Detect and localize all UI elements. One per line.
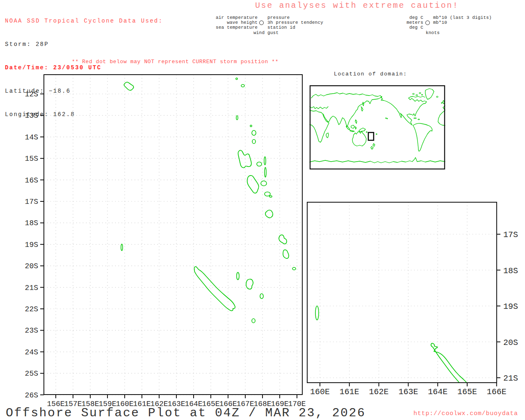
units-mb10-last3: mb*10 (last 3 digits) [433, 15, 492, 20]
legend-station-id: station id [267, 25, 295, 30]
island [252, 139, 256, 144]
world-island [436, 96, 438, 98]
world-island [419, 93, 421, 94]
world-coastline [373, 144, 375, 146]
coastline [238, 150, 251, 168]
world-island [386, 118, 386, 119]
lat-tick-label: 23S [25, 326, 38, 335]
world-coastline [350, 130, 354, 132]
units-knots: knots [426, 30, 440, 35]
world-coastline [310, 107, 328, 109]
island [265, 167, 266, 177]
lon-tick-label: 163E [398, 387, 418, 397]
world-coastline [438, 110, 445, 126]
island [265, 192, 270, 196]
world-island [416, 95, 418, 96]
lat-tick-label: 17S [25, 198, 38, 206]
world-coastline [351, 125, 355, 128]
world-coastline [310, 97, 382, 127]
world-coastline [361, 107, 363, 111]
world-island [414, 118, 416, 119]
units-deg-c-2: deg C [382, 25, 423, 30]
coastline [124, 82, 133, 90]
legend-wave-height: wave height [188, 20, 258, 25]
lat-tick-label: 26S [25, 391, 38, 399]
legend-pressure-tendency: 3h pressure tendency [267, 20, 323, 25]
lat-tick-label: 18S [503, 266, 518, 276]
lon-tick-label: 165E [457, 387, 477, 397]
lat-tick-label: 15S [25, 155, 38, 163]
world-island [366, 132, 367, 132]
world-island [387, 118, 388, 119]
lat-tick-label: 20S [25, 262, 38, 270]
island [237, 272, 239, 280]
buoy-plot-page: NOAA SSD Tropical Cyclone Data Used: Sto… [0, 0, 525, 420]
world-coastline [355, 127, 356, 129]
lat-tick-label: 20S [503, 338, 518, 347]
island [252, 130, 256, 135]
world-coastline [363, 102, 364, 106]
world-coastline [311, 93, 382, 98]
island [236, 78, 237, 80]
units-deg-c-1: deg C [382, 15, 423, 20]
footer-url: http://coolwx.com/buoydata [413, 410, 518, 417]
world-coastline [352, 131, 366, 146]
world-island [376, 134, 377, 135]
world-coastline [371, 146, 373, 149]
units-meters: meters [382, 20, 423, 25]
legend-air-temperature: air temperature [188, 15, 258, 20]
world-coastline [407, 96, 427, 124]
world-island [422, 94, 423, 95]
domain-box [368, 132, 374, 140]
main-map: 12S13S14S15S16S17S18S19S20S21S22S23S24S2… [16, 70, 308, 418]
lat-tick-label: 12S [25, 90, 38, 98]
lat-tick-label: 14S [25, 133, 38, 142]
world-coastline [425, 89, 434, 99]
map-border [307, 202, 497, 383]
lat-tick-label: 16S [25, 176, 38, 185]
noaa-data-line: NOAA SSD Tropical Cyclone Data Used: [5, 17, 163, 25]
coastline [265, 210, 273, 218]
coastline [283, 250, 289, 258]
lon-tick-label: 164E [428, 387, 447, 397]
island [257, 162, 262, 166]
caution-banner: Use analyses with extreme caution! [255, 1, 459, 10]
coastline [246, 279, 253, 289]
island [261, 181, 267, 186]
coastline [194, 267, 235, 310]
world-coastline [381, 96, 412, 125]
station-circle-icon [425, 21, 430, 25]
lat-tick-label: 13S [25, 112, 38, 120]
island [269, 196, 272, 197]
island [121, 244, 123, 251]
lat-tick-label: 22S [25, 305, 38, 313]
coastline [247, 176, 259, 193]
island [236, 116, 238, 120]
world-locator-map [310, 85, 445, 169]
lat-tick-label: 17S [503, 230, 518, 240]
island [250, 125, 252, 127]
lat-tick-label: 21S [25, 284, 38, 292]
island [315, 306, 319, 320]
world-island [418, 119, 420, 120]
inset-title: Location of domain: [334, 71, 407, 77]
coastline [279, 235, 287, 244]
lat-tick-label: 21S [503, 374, 518, 383]
coastline [431, 343, 467, 383]
island [260, 294, 263, 299]
lat-tick-label: 25S [25, 370, 38, 378]
lat-tick-label: 24S [25, 348, 38, 356]
island [252, 319, 255, 323]
world-coastline [310, 158, 445, 163]
world-coastline [359, 128, 365, 132]
world-coastline [326, 133, 329, 138]
world-island [441, 103, 442, 103]
lon-tick-label: 166E [487, 387, 507, 397]
island [292, 267, 296, 270]
legend-wind-gust: wind gust [253, 30, 278, 35]
lon-tick-label: 161E [340, 387, 359, 397]
world-coastline [355, 120, 357, 123]
storm-id-line: Storm: 28P [5, 41, 163, 48]
legend-pressure: pressure [267, 15, 290, 20]
island [241, 84, 244, 87]
